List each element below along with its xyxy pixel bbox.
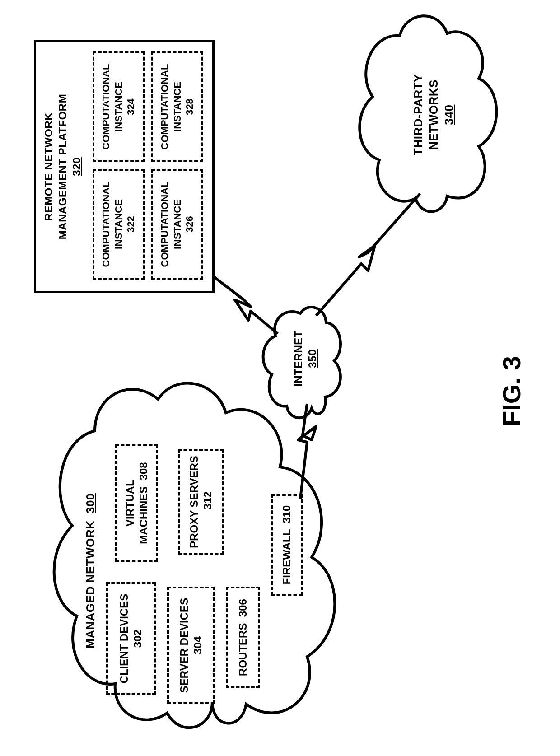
third-party-line1: THIRD-PARTY: [411, 74, 425, 155]
proxy-servers-ref: 312: [201, 491, 214, 509]
firewall-box: FIREWALL 310: [271, 494, 303, 596]
internet-ref: 350: [306, 349, 318, 368]
proxy-servers-box: PROXY SERVERS 312: [178, 449, 224, 555]
managed-network-title-text: MANAGED NETWORK: [84, 521, 97, 649]
ci-324-label: COMPUTATIONAL INSTANCE: [100, 64, 124, 150]
link-internet-thirdparty: [316, 194, 420, 316]
ci-328-box: COMPUTATIONAL INSTANCE 328: [151, 51, 203, 162]
ci-328-ref: 328: [184, 98, 195, 115]
ci-322-label: COMPUTATIONAL INSTANCE: [100, 182, 124, 267]
virtual-machines-label: VIRTUAL MACHINES: [124, 480, 149, 544]
remote-platform-box: REMOTE NETWORK MANAGEMENT PLATFORM 320 C…: [34, 40, 215, 293]
firewall-label: FIREWALL: [280, 529, 293, 584]
ci-326-ref: 326: [184, 216, 195, 233]
proxy-servers-label: PROXY SERVERS: [188, 456, 200, 548]
client-devices-box: CLIENT DEVICES 302: [106, 582, 156, 695]
figure-label: FIG. 3: [497, 356, 526, 426]
managed-network-ref: 300: [84, 493, 97, 513]
remote-platform-title1: REMOTE NETWORK: [42, 112, 55, 221]
ci-324-ref: 324: [125, 98, 136, 115]
ci-326-box: COMPUTATIONAL INSTANCE 326: [151, 169, 203, 280]
ci-328-label: COMPUTATIONAL INSTANCE: [159, 64, 183, 150]
routers-label: ROUTERS: [237, 623, 249, 676]
virtual-machines-ref: 308: [137, 462, 149, 480]
managed-network-title: MANAGED NETWORK 300: [84, 490, 98, 652]
routers-box: ROUTERS 306: [226, 587, 260, 688]
third-party-label: THIRD-PARTY NETWORKS 340: [411, 61, 457, 169]
server-devices-box: SERVER DEVICES 304: [167, 587, 215, 704]
link-internet-remote: [215, 277, 278, 334]
remote-platform-title2: MANAGEMENT PLATFORM: [56, 94, 69, 239]
firewall-ref: 310: [280, 505, 293, 523]
internet-text: INTERNET: [292, 331, 304, 387]
server-devices-ref: 304: [191, 636, 204, 654]
ci-322-box: COMPUTATIONAL INSTANCE 322: [93, 169, 145, 280]
client-devices-ref: 302: [131, 630, 144, 648]
third-party-line2: NETWORKS: [427, 79, 440, 150]
client-devices-label: CLIENT DEVICES: [118, 594, 130, 684]
ci-326-label: COMPUTATIONAL INSTANCE: [159, 182, 183, 267]
routers-ref: 306: [237, 599, 249, 617]
third-party-ref: 340: [442, 105, 456, 125]
internet-label: INTERNET 350: [291, 322, 319, 395]
virtual-machines-box: VIRTUAL MACHINES 308: [115, 444, 158, 562]
server-devices-label: SERVER DEVICES: [178, 598, 190, 693]
remote-platform-ref: 320: [70, 157, 83, 176]
ci-322-ref: 322: [125, 216, 136, 233]
remote-platform-title: REMOTE NETWORK MANAGEMENT PLATFORM 320: [42, 42, 84, 291]
ci-324-box: COMPUTATIONAL INSTANCE 324: [93, 51, 145, 162]
